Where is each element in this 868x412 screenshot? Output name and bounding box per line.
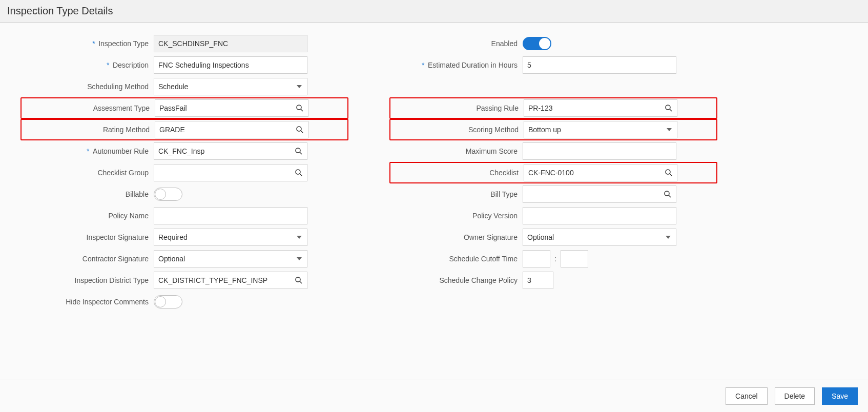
spacer-row <box>389 76 717 97</box>
label-maximum-score: Maximum Score <box>389 147 523 155</box>
required-indicator: * <box>422 61 424 69</box>
label-bill-type: Bill Type <box>389 190 523 198</box>
enabled-toggle[interactable] <box>523 37 551 50</box>
estimated-duration-input[interactable]: 5 <box>523 56 676 74</box>
owner-signature-select[interactable]: Optional <box>523 229 676 246</box>
description-input[interactable]: FNC Scheduling Inspections <box>154 56 307 74</box>
left-column: * Inspection Type CK_SCHDINSP_FNC * Desc… <box>20 33 348 313</box>
label-scheduling-method: Scheduling Method <box>20 83 154 91</box>
label-contractor-signature: Contractor Signature <box>20 255 154 263</box>
chevron-down-icon <box>297 257 302 260</box>
maximum-score-input[interactable] <box>523 142 676 160</box>
chevron-down-icon <box>297 236 302 239</box>
row-passing-rule: Passing Rule PR-123 <box>389 97 717 119</box>
row-schedule-cutoff-time: Schedule Cutoff Time : <box>389 248 717 270</box>
field-enabled <box>523 37 676 50</box>
row-hide-inspector-comments: Hide Inspector Comments <box>20 291 348 313</box>
field-autonumber-rule: CK_FNC_Insp <box>154 142 307 160</box>
svg-line-11 <box>670 109 672 111</box>
search-icon[interactable] <box>664 190 672 198</box>
row-maximum-score: Maximum Score <box>389 140 717 162</box>
search-icon[interactable] <box>295 169 303 177</box>
inspection-district-type-input[interactable]: CK_DISTRICT_TYPE_FNC_INSP <box>154 272 307 289</box>
toggle-knob <box>539 38 550 49</box>
row-description: * Description FNC Scheduling Inspections <box>20 54 348 76</box>
row-checklist-group: Checklist Group <box>20 162 348 183</box>
search-icon[interactable] <box>665 169 673 177</box>
checklist-group-input[interactable] <box>154 164 307 181</box>
field-schedule-cutoff-time: : <box>523 250 676 267</box>
field-passing-rule: PR-123 <box>524 99 677 117</box>
field-rating-method: GRADE <box>155 121 308 138</box>
cutoff-hours-input[interactable] <box>523 250 550 267</box>
search-icon[interactable] <box>665 104 673 112</box>
label-policy-version: Policy Version <box>389 212 523 220</box>
label-hide-inspector-comments: Hide Inspector Comments <box>20 298 154 306</box>
search-icon[interactable] <box>296 126 304 134</box>
policy-name-input[interactable] <box>154 207 307 224</box>
billable-toggle[interactable] <box>154 188 182 201</box>
field-inspection-type: CK_SCHDINSP_FNC <box>154 35 307 52</box>
bill-type-input[interactable] <box>523 186 676 203</box>
search-icon[interactable] <box>295 147 303 155</box>
toggle-knob <box>155 189 166 200</box>
field-maximum-score <box>523 142 676 160</box>
checklist-input[interactable]: CK-FNC-0100 <box>524 164 677 181</box>
label-autonumber-rule: * Autonumber Rule <box>20 147 154 155</box>
right-column: Enabled * Estimated Duration in Hours 5 … <box>389 33 717 313</box>
svg-line-3 <box>301 131 303 133</box>
row-contractor-signature: Contractor Signature Optional <box>20 248 348 270</box>
field-billable <box>154 188 307 201</box>
rating-method-input[interactable]: GRADE <box>155 121 308 138</box>
field-scheduling-method: Schedule <box>154 78 307 95</box>
svg-point-0 <box>297 105 301 110</box>
page-title: Inspection Type Details <box>7 5 861 17</box>
label-rating-method: Rating Method <box>22 126 155 134</box>
form-body: * Inspection Type CK_SCHDINSP_FNC * Desc… <box>0 23 868 323</box>
scoring-method-select[interactable]: Bottom up <box>524 121 677 138</box>
assessment-type-input[interactable]: PassFail <box>155 99 308 117</box>
row-schedule-change-policy: Schedule Change Policy 3 <box>389 270 717 291</box>
hide-inspector-comments-toggle[interactable] <box>154 295 182 308</box>
row-scoring-method: Scoring Method Bottom up <box>389 119 717 140</box>
label-scoring-method: Scoring Method <box>390 126 524 134</box>
chevron-down-icon <box>666 236 671 239</box>
label-passing-rule: Passing Rule <box>390 104 524 112</box>
field-bill-type <box>523 186 676 203</box>
svg-point-8 <box>296 277 300 282</box>
svg-line-9 <box>300 281 302 283</box>
autonumber-rule-input[interactable]: CK_FNC_Insp <box>154 142 307 160</box>
label-billable: Billable <box>20 190 154 198</box>
schedule-change-policy-input[interactable]: 3 <box>523 272 553 289</box>
label-assessment-type: Assessment Type <box>22 104 155 112</box>
required-indicator: * <box>92 39 95 48</box>
contractor-signature-select[interactable]: Optional <box>154 250 307 267</box>
row-inspector-signature: Inspector Signature Required <box>20 226 348 248</box>
svg-line-7 <box>300 174 302 176</box>
svg-line-15 <box>669 195 671 197</box>
svg-point-4 <box>296 148 300 153</box>
field-inspector-signature: Required <box>154 229 307 246</box>
svg-line-13 <box>670 174 672 176</box>
row-billable: Billable <box>20 183 348 205</box>
svg-point-12 <box>666 170 670 174</box>
label-inspector-signature: Inspector Signature <box>20 233 154 241</box>
search-icon[interactable] <box>295 276 303 284</box>
row-autonumber-rule: * Autonumber Rule CK_FNC_Insp <box>20 140 348 162</box>
row-rating-method: Rating Method GRADE <box>20 119 348 140</box>
passing-rule-input[interactable]: PR-123 <box>524 99 677 117</box>
row-owner-signature: Owner Signature Optional <box>389 226 717 248</box>
scheduling-method-select[interactable]: Schedule <box>154 78 307 95</box>
row-policy-version: Policy Version <box>389 205 717 226</box>
search-icon[interactable] <box>296 104 304 112</box>
inspection-type-readonly: CK_SCHDINSP_FNC <box>154 35 307 52</box>
label-estimated-duration: * Estimated Duration in Hours <box>389 61 523 69</box>
policy-version-input[interactable] <box>523 207 676 224</box>
label-inspection-district-type: Inspection District Type <box>20 276 154 284</box>
label-schedule-cutoff-time: Schedule Cutoff Time <box>389 255 523 263</box>
field-policy-name <box>154 207 307 224</box>
toggle-knob <box>155 296 166 307</box>
cutoff-minutes-input[interactable] <box>561 250 588 267</box>
row-scheduling-method: Scheduling Method Schedule <box>20 76 348 97</box>
inspector-signature-select[interactable]: Required <box>154 229 307 246</box>
